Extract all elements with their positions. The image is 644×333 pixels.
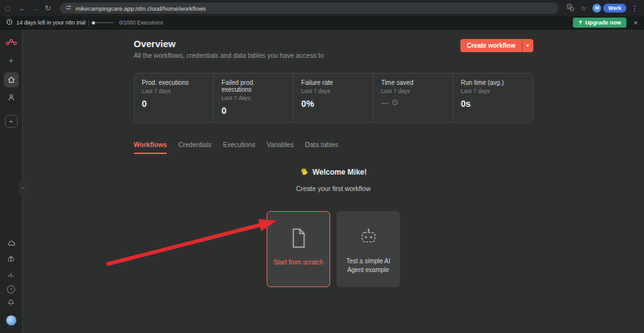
robot-icon	[358, 228, 379, 247]
stat-label: Time saved	[381, 79, 445, 86]
page-title: Overview	[134, 38, 324, 49]
stat-value: 0%	[301, 99, 365, 109]
main-content: Overview All the workflows, credentials …	[23, 30, 644, 333]
create-workflow-button[interactable]: Create workflow ▾	[460, 39, 533, 52]
n8n-app: + + ? ‹	[0, 30, 644, 333]
stat-label: Prod. executions	[142, 79, 206, 86]
stat-label: Failed prod. executions	[221, 79, 286, 93]
stat-period: Last 7 days	[221, 95, 286, 101]
sidebar-item-home[interactable]	[4, 72, 19, 87]
site-settings-icon[interactable]	[65, 4, 72, 12]
profile-avatar: M	[592, 4, 601, 13]
tab-executions[interactable]: Executions	[223, 141, 255, 154]
create-workflow-label: Create workflow	[460, 39, 521, 52]
stat-period: Last 7 days	[301, 88, 365, 94]
notifications-bell-icon[interactable]	[7, 298, 15, 309]
upgrade-arrow-icon	[578, 20, 583, 25]
start-from-scratch-label: Start from scratch	[267, 258, 330, 267]
clock-icon	[6, 19, 13, 26]
stat-failed-executions: Failed prod. executions Last 7 days 0	[213, 74, 293, 123]
sidebar-collapse-handle[interactable]: ‹	[19, 182, 26, 195]
executions-progress	[92, 21, 114, 25]
ai-agent-example-card[interactable]: Test a simple AI Agent example	[336, 211, 400, 287]
wave-emoji-icon	[300, 168, 309, 177]
tab-favicon	[5, 6, 11, 11]
add-project-button[interactable]: +	[5, 115, 18, 128]
time-saved-clock-icon[interactable]	[392, 99, 398, 106]
create-first-workflow-text: Create your first workflow	[134, 185, 533, 192]
upgrade-now-button[interactable]: Upgrade now	[573, 18, 626, 28]
user-avatar[interactable]	[6, 315, 16, 325]
profile-name-pill: Werk	[603, 4, 626, 13]
trial-days-text: 14 days left in your n8n trial	[16, 19, 86, 26]
stats-bar: Prod. executions Last 7 days 0 Failed pr…	[134, 73, 533, 123]
bookmark-star-icon[interactable]: ☆	[577, 4, 589, 13]
progress-track	[95, 22, 114, 23]
n8n-logo-icon[interactable]	[6, 37, 17, 48]
sidebar-bottom: ?	[6, 238, 16, 325]
profile-chip[interactable]: M Werk	[592, 4, 626, 13]
translate-icon[interactable]: A	[565, 4, 576, 13]
home-icon	[7, 75, 16, 84]
stat-value: 0	[221, 106, 286, 116]
refresh-icon[interactable]: ↻	[42, 3, 53, 14]
tab-variables[interactable]: Variables	[267, 141, 294, 154]
executions-count: 0/1000 Executions	[119, 19, 163, 26]
stat-failure-rate: Failure rate Last 7 days 0%	[293, 74, 373, 123]
ai-agent-example-label: Test a simple AI Agent example	[337, 257, 399, 274]
stat-label: Run time (avg.)	[461, 79, 525, 86]
whats-new-gift-icon[interactable]	[7, 254, 15, 265]
chevron-down-icon[interactable]: ▾	[522, 39, 533, 52]
help-icon[interactable]: ?	[7, 285, 15, 293]
stat-period: Last 7 days	[142, 88, 206, 94]
upgrade-label: Upgrade now	[586, 19, 621, 26]
banner-close-icon[interactable]: ×	[634, 19, 638, 26]
welcome-heading: Welcome Mike!	[134, 168, 533, 177]
tabs: Workflows Credentials Executions Variabl…	[134, 141, 533, 154]
stat-label: Failure rate	[301, 79, 365, 86]
back-icon[interactable]: ←	[17, 3, 28, 14]
browser-menu-icon[interactable]: ⋮	[630, 4, 639, 13]
starter-cards: Start from scratch Test a simple AI Agen…	[134, 211, 533, 287]
insights-chart-icon[interactable]	[7, 270, 15, 281]
stat-period: Last 7 days	[381, 88, 445, 94]
stat-value: ––	[381, 99, 389, 106]
stat-run-time: Run time (avg.) Last 7 days 0s	[453, 74, 533, 123]
trial-info: 14 days left in your n8n trial	[6, 19, 86, 26]
person-icon	[7, 93, 16, 102]
page-header: Overview All the workflows, credentials …	[134, 38, 533, 59]
start-from-scratch-card[interactable]: Start from scratch	[267, 211, 330, 287]
welcome-text: Welcome Mike!	[313, 168, 367, 177]
stat-period: Last 7 days	[461, 88, 525, 94]
stat-time-saved: Time saved Last 7 days ––	[373, 74, 453, 123]
trial-divider: |	[88, 19, 89, 26]
sidebar: + + ? ‹	[0, 30, 23, 333]
url-text: mikecampingcare.app.n8n.cloud/home/workf…	[75, 5, 206, 12]
cloud-admin-icon[interactable]	[7, 238, 16, 249]
trial-banner: 14 days left in your n8n trial | 0/1000 …	[0, 16, 644, 30]
tab-data-tables[interactable]: Data tables	[305, 141, 338, 154]
tab-credentials[interactable]: Credentials	[178, 141, 211, 154]
tab-workflows[interactable]: Workflows	[134, 141, 167, 154]
address-bar[interactable]: mikecampingcare.app.n8n.cloud/home/workf…	[60, 3, 558, 14]
stat-value: 0	[142, 99, 206, 109]
browser-toolbar: ← → ↻ mikecampingcare.app.n8n.cloud/home…	[0, 0, 644, 16]
stat-prod-executions: Prod. executions Last 7 days 0	[135, 74, 214, 123]
forward-icon[interactable]: →	[30, 3, 41, 14]
add-workflow-button[interactable]: +	[4, 55, 18, 67]
page-subtitle: All the workflows, credentials and data …	[134, 52, 324, 59]
stat-value: 0s	[461, 99, 525, 109]
sidebar-item-personal[interactable]	[4, 90, 19, 105]
file-icon	[291, 228, 307, 248]
